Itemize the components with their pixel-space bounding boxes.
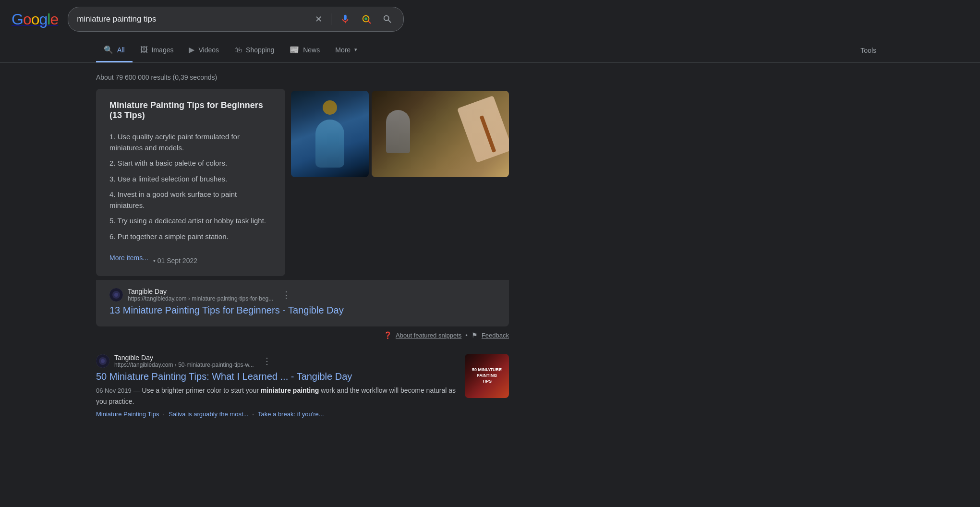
feedback-bar: ❓ About featured snippets • ⚑ Feedback xyxy=(96,326,509,344)
search-button[interactable] xyxy=(380,12,395,26)
result2-with-thumb: Tangible Day https://tangibleday.com › 5… xyxy=(96,354,509,418)
result2-source: Tangible Day https://tangibleday.com › 5… xyxy=(96,354,457,368)
tools-button[interactable]: Tools xyxy=(853,40,884,61)
result-options-button[interactable]: ⋮ xyxy=(282,290,290,300)
svg-point-5 xyxy=(114,293,118,297)
list-item: 2. Start with a basic palette of colors. xyxy=(109,156,272,171)
svg-point-1 xyxy=(365,17,368,20)
site-icon xyxy=(109,288,123,302)
search-input[interactable]: miniature painting tips xyxy=(77,14,308,24)
tab-news[interactable]: 📰 News xyxy=(282,38,327,62)
site-name: Tangible Day xyxy=(128,288,273,295)
tab-shopping[interactable]: 🛍 Shopping xyxy=(227,39,282,62)
svg-point-8 xyxy=(101,359,105,363)
list-item: 4. Invest in a good work surface to pain… xyxy=(109,187,272,213)
results-column: About 79 600 000 results (0,39 seconds) … xyxy=(96,69,509,427)
tab-all[interactable]: 🔍 All xyxy=(96,38,133,62)
more-chevron-icon: ▾ xyxy=(354,47,357,53)
result2: Tangible Day https://tangibleday.com › 5… xyxy=(96,344,509,427)
tab-videos[interactable]: ▶ Videos xyxy=(181,38,227,62)
mic-icon xyxy=(340,14,351,24)
list-item: 6. Put together a simple paint station. xyxy=(109,229,272,245)
result2-link-2[interactable]: Saliva is arguably the most... xyxy=(169,410,248,418)
news-icon: 📰 xyxy=(290,45,299,54)
clear-search-button[interactable] xyxy=(313,12,324,26)
shopping-icon: 🛍 xyxy=(234,46,242,54)
result2-options-button[interactable]: ⋮ xyxy=(263,356,271,366)
search-divider xyxy=(331,13,331,25)
google-logo[interactable]: Google xyxy=(12,11,58,28)
image-search-button[interactable] xyxy=(359,12,374,26)
result2-thumbnail[interactable]: 50 MINIATURE PAINTING TIPS xyxy=(465,354,509,398)
feedback-link[interactable]: Feedback xyxy=(482,332,509,339)
more-items-link[interactable]: More items... xyxy=(109,254,148,262)
result-source: Tangible Day https://tangibleday.com › m… xyxy=(109,288,496,302)
voice-search-button[interactable] xyxy=(338,12,352,26)
result2-site-icon xyxy=(96,354,109,368)
snippet-image-2[interactable] xyxy=(372,91,509,177)
snippet-source-result: Tangible Day https://tangibleday.com › m… xyxy=(96,280,509,326)
header: Google miniature painting tips xyxy=(0,0,980,38)
videos-icon: ▶ xyxy=(189,45,194,54)
result2-description: 06 Nov 2019 — Use a brighter primer colo… xyxy=(96,385,457,407)
snippet-images xyxy=(291,91,509,177)
result2-title[interactable]: 50 Miniature Painting Tips: What I Learn… xyxy=(96,371,457,382)
result2-site-name: Tangible Day xyxy=(114,354,254,362)
feedback-icon: ⚑ xyxy=(472,331,478,339)
clear-icon xyxy=(315,14,322,24)
snippet-title: Miniature Painting Tips for Beginners (1… xyxy=(109,100,272,121)
featured-snippet-container: Miniature Painting Tips for Beginners (1… xyxy=(96,89,509,326)
snippet-image-1[interactable] xyxy=(291,91,369,177)
main-content: About 79 600 000 results (0,39 seconds) … xyxy=(0,63,980,427)
result2-link-1[interactable]: Miniature Painting Tips xyxy=(96,410,159,418)
separator: • xyxy=(465,332,468,339)
snippet-date: • 01 Sept 2022 xyxy=(153,257,197,265)
all-icon: 🔍 xyxy=(104,45,113,54)
help-icon: ❓ xyxy=(384,331,392,339)
images-icon: 🖼 xyxy=(140,46,148,54)
snippet-list: 1. Use quality acrylic paint formulated … xyxy=(109,129,272,244)
svg-line-2 xyxy=(368,21,371,24)
list-item: 3. Use a limited selection of brushes. xyxy=(109,171,272,187)
about-featured-snippets-link[interactable]: About featured snippets xyxy=(396,332,461,339)
nav-tabs: 🔍 All 🖼 Images ▶ Videos 🛍 Shopping 📰 New… xyxy=(0,38,980,63)
search-icon xyxy=(382,14,393,24)
list-item: 5. Try using a dedicated artist or hobby… xyxy=(109,213,272,229)
lens-icon xyxy=(361,14,372,24)
tab-images[interactable]: 🖼 Images xyxy=(133,39,181,62)
site-url: https://tangibleday.com › miniature-pain… xyxy=(128,295,273,302)
list-item: 1. Use quality acrylic paint formulated … xyxy=(109,129,272,156)
result1-title[interactable]: 13 Miniature Painting Tips for Beginners… xyxy=(109,305,496,316)
result2-site-url: https://tangibleday.com › 50-miniature-p… xyxy=(114,362,254,368)
stats-bar: About 79 600 000 results (0,39 seconds) xyxy=(96,69,509,89)
result2-link-3[interactable]: Take a break: if you're... xyxy=(258,410,324,418)
tab-more[interactable]: More ▾ xyxy=(327,39,365,62)
search-bar: miniature painting tips xyxy=(68,7,404,32)
result2-links: Miniature Painting Tips · Saliva is argu… xyxy=(96,410,457,418)
featured-snippet: Miniature Painting Tips for Beginners (1… xyxy=(96,89,285,276)
